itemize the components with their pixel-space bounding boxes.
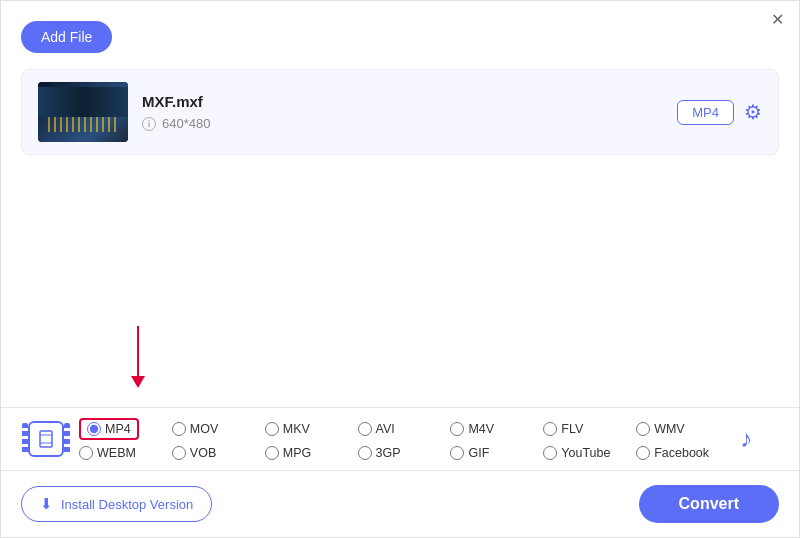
settings-icon[interactable]: ⚙ bbox=[744, 100, 762, 124]
wmv-label: WMV bbox=[654, 422, 685, 436]
file-item: MXF.mxf i 640*480 MP4 ⚙ bbox=[21, 69, 779, 155]
youtube-label: YouTube bbox=[561, 446, 610, 460]
arrow-indicator bbox=[131, 326, 145, 388]
youtube-radio[interactable] bbox=[543, 446, 557, 460]
mov-radio[interactable] bbox=[172, 422, 186, 436]
add-file-button[interactable]: Add File bbox=[21, 21, 112, 53]
3gp-label: 3GP bbox=[376, 446, 401, 460]
format-option-webm[interactable]: WEBM bbox=[79, 446, 172, 460]
flv-radio[interactable] bbox=[543, 422, 557, 436]
format-selector: MP4 MOV MKV AVI M4V bbox=[1, 408, 799, 471]
avi-radio[interactable] bbox=[358, 422, 372, 436]
mpg-radio[interactable] bbox=[265, 446, 279, 460]
mkv-radio[interactable] bbox=[265, 422, 279, 436]
gif-label: GIF bbox=[468, 446, 489, 460]
format-option-avi[interactable]: AVI bbox=[358, 418, 451, 440]
mov-label: MOV bbox=[190, 422, 218, 436]
format-option-mpg[interactable]: MPG bbox=[265, 446, 358, 460]
install-label: Install Desktop Version bbox=[61, 497, 193, 512]
action-bar: ⬇ Install Desktop Version Convert bbox=[1, 471, 799, 537]
avi-label: AVI bbox=[376, 422, 395, 436]
title-bar: ✕ bbox=[767, 9, 787, 29]
arrow-head bbox=[131, 376, 145, 388]
main-content: Add File MXF.mxf i 640*480 MP4 ⚙ bbox=[1, 1, 799, 459]
m4v-label: M4V bbox=[468, 422, 494, 436]
close-button[interactable]: ✕ bbox=[767, 9, 787, 29]
format-option-3gp[interactable]: 3GP bbox=[358, 446, 451, 460]
install-desktop-button[interactable]: ⬇ Install Desktop Version bbox=[21, 486, 212, 522]
music-icon-area: ♪ bbox=[729, 421, 779, 457]
file-meta: i 640*480 bbox=[142, 116, 663, 131]
svg-rect-0 bbox=[40, 431, 52, 447]
mp4-radio[interactable] bbox=[87, 422, 101, 436]
mkv-label: MKV bbox=[283, 422, 310, 436]
format-option-gif[interactable]: GIF bbox=[450, 446, 543, 460]
file-name: MXF.mxf bbox=[142, 93, 663, 110]
gif-radio[interactable] bbox=[450, 446, 464, 460]
format-option-mkv[interactable]: MKV bbox=[265, 418, 358, 440]
music-icon: ♪ bbox=[736, 421, 772, 457]
format-option-wmv[interactable]: WMV bbox=[636, 418, 729, 440]
format-option-vob[interactable]: VOB bbox=[172, 446, 265, 460]
m4v-radio[interactable] bbox=[450, 422, 464, 436]
mp4-label: MP4 bbox=[105, 422, 131, 436]
format-option-mp4[interactable]: MP4 bbox=[79, 418, 172, 440]
format-badge-button[interactable]: MP4 bbox=[677, 100, 734, 125]
bottom-toolbar: MP4 MOV MKV AVI M4V bbox=[1, 407, 799, 537]
webm-label: WEBM bbox=[97, 446, 136, 460]
format-option-mov[interactable]: MOV bbox=[172, 418, 265, 440]
format-row-2: WEBM VOB MPG 3GP GIF bbox=[79, 446, 729, 460]
vob-radio[interactable] bbox=[172, 446, 186, 460]
3gp-radio[interactable] bbox=[358, 446, 372, 460]
facebook-radio[interactable] bbox=[636, 446, 650, 460]
svg-text:♪: ♪ bbox=[740, 425, 752, 452]
thumbnail-image bbox=[38, 82, 128, 142]
file-thumbnail bbox=[38, 82, 128, 142]
mpg-label: MPG bbox=[283, 446, 311, 460]
arrow-line bbox=[137, 326, 139, 376]
video-format-icon-area bbox=[21, 421, 71, 457]
flv-label: FLV bbox=[561, 422, 583, 436]
format-option-facebook[interactable]: Facebook bbox=[636, 446, 729, 460]
wmv-radio[interactable] bbox=[636, 422, 650, 436]
download-icon: ⬇ bbox=[40, 495, 53, 513]
film-icon bbox=[28, 421, 64, 457]
facebook-label: Facebook bbox=[654, 446, 709, 460]
file-info: MXF.mxf i 640*480 bbox=[142, 93, 663, 131]
webm-radio[interactable] bbox=[79, 446, 93, 460]
file-resolution: 640*480 bbox=[162, 116, 210, 131]
format-row-1: MP4 MOV MKV AVI M4V bbox=[79, 418, 729, 440]
info-icon[interactable]: i bbox=[142, 117, 156, 131]
mp4-highlight-box: MP4 bbox=[79, 418, 139, 440]
format-grid: MP4 MOV MKV AVI M4V bbox=[71, 418, 729, 460]
vob-label: VOB bbox=[190, 446, 216, 460]
format-option-m4v[interactable]: M4V bbox=[450, 418, 543, 440]
format-option-flv[interactable]: FLV bbox=[543, 418, 636, 440]
film-svg bbox=[39, 430, 53, 448]
convert-button[interactable]: Convert bbox=[639, 485, 779, 523]
file-actions: MP4 ⚙ bbox=[677, 100, 762, 125]
format-option-youtube[interactable]: YouTube bbox=[543, 446, 636, 460]
